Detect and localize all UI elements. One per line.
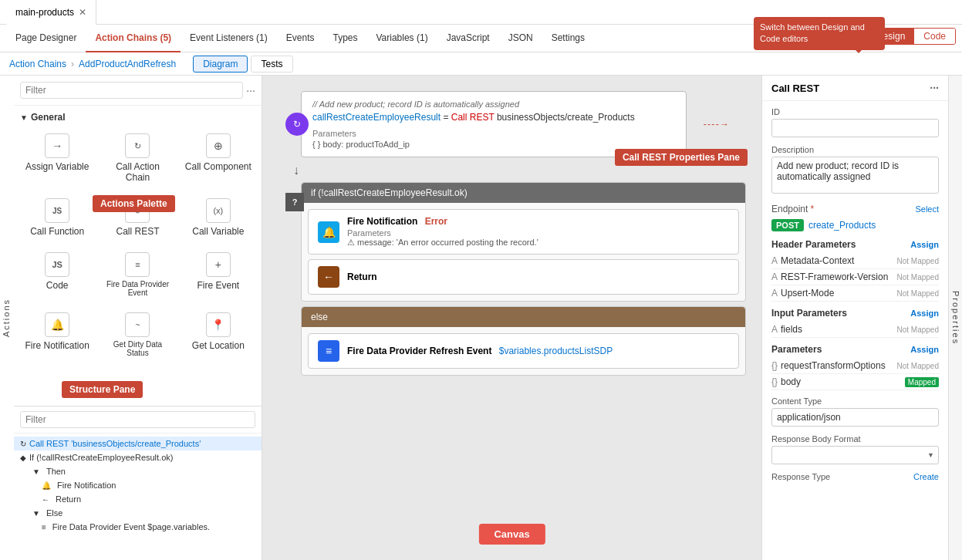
tab-json[interactable]: JSON	[499, 25, 542, 52]
tree-callrest-icon: ↻	[20, 440, 26, 448]
callrest-endpoint-text: businessObjects/create_Products	[497, 112, 635, 123]
action-call-function[interactable]: JS Call Function	[20, 194, 94, 241]
tab-action-chains[interactable]: Action Chains (5)	[86, 25, 181, 52]
action-fire-data-provider[interactable]: ≡ Fire Data Provider Event	[100, 248, 174, 302]
tree-item-else[interactable]: ▼ Else	[14, 506, 262, 520]
fields-status: Not Mapped	[897, 326, 939, 334]
params-assign-link[interactable]: Assign	[910, 345, 939, 354]
call-variable-icon: (x)	[206, 198, 231, 223]
tree-item-callrest[interactable]: ↻ Call REST 'businessObjects/create_Prod…	[14, 437, 262, 450]
input-assign-link[interactable]: Assign	[910, 309, 939, 318]
fire-notification-node-content: Fire Notification Error Parameters ⚠ mes…	[347, 216, 538, 248]
tree-then-label: Then	[46, 467, 66, 476]
tree-item-fire-data[interactable]: ≡ Fire Data Provider Event $page.variabl…	[14, 520, 262, 534]
file-tab-close[interactable]: ✕	[79, 7, 86, 18]
props-body: ID Description Add new product; record I…	[762, 101, 948, 560]
action-call-rest[interactable]: ↻ Call REST	[100, 194, 174, 241]
callrest-badge: ↻	[285, 113, 309, 136]
breadcrumb-action-chains[interactable]: Action Chains	[9, 59, 66, 69]
tree-item-then[interactable]: ▼ Then	[14, 464, 262, 478]
else-node-wrapper: else ≡ Fire Data Provider Refresh Event …	[301, 306, 746, 376]
tree-data-icon: ≡	[42, 523, 46, 531]
main-callrest-node[interactable]: // Add new product; record ID is automat…	[301, 91, 687, 157]
tree-item-return[interactable]: ← Return	[14, 492, 262, 506]
if-content: 🔔 Fire Notification Error Parameters ⚠ m…	[302, 203, 745, 301]
dotted-arrow: - - - - →	[704, 119, 728, 130]
fire-notif-label: Fire Notification	[347, 216, 417, 227]
header-assign-link[interactable]: Assign	[910, 240, 939, 249]
prop-response-type-link[interactable]: Create	[913, 472, 939, 481]
structure-filter-input[interactable]	[20, 411, 255, 428]
bc-tab-diagram[interactable]: Diagram	[193, 56, 248, 73]
action-call-variable[interactable]: (x) Call Variable	[181, 194, 255, 241]
endpoint-val[interactable]: create_Products	[808, 220, 876, 231]
props-more-btn[interactable]: ···	[930, 82, 939, 94]
response-body-select[interactable]	[771, 446, 939, 464]
tab-events[interactable]: Events	[277, 25, 324, 52]
tab-page-designer[interactable]: Page Designer	[6, 25, 86, 52]
action-assign-variable[interactable]: → Assign Variable	[20, 129, 94, 187]
general-chevron[interactable]: ▼	[20, 113, 28, 122]
code-button[interactable]: Code	[914, 29, 955, 44]
action-fire-event[interactable]: + Fire Event	[181, 248, 255, 302]
props-inner: Call REST ··· ID Description Add new pro…	[762, 76, 948, 560]
canvas-area[interactable]: ↻ // Add new product; record ID is autom…	[262, 76, 761, 560]
file-tab[interactable]: main-products ✕	[6, 0, 96, 25]
fields-label: fields	[781, 324, 802, 335]
call-rest-label: Call REST	[116, 226, 159, 237]
return-node[interactable]: ← Return	[308, 259, 739, 295]
actions-filter-input[interactable]	[20, 82, 243, 99]
tree-then-icon: ▼	[32, 467, 40, 476]
tree-else-icon: ▼	[32, 509, 40, 518]
return-label: Return	[347, 272, 377, 282]
param-fields: Afields Not Mapped	[771, 322, 939, 338]
tree-item-fire-notification[interactable]: 🔔 Fire Notification	[14, 478, 262, 492]
callrest-title: callRestCreateEmployeeResult = Call REST…	[312, 112, 675, 123]
param-status-1: Not Mapped	[897, 257, 939, 265]
tree-else-label: Else	[46, 508, 62, 518]
tab-javascript[interactable]: JavaScript	[437, 25, 499, 52]
breadcrumb-add-product[interactable]: AddProductAndRefresh	[79, 59, 176, 69]
fire-notification-node[interactable]: 🔔 Fire Notification Error Parameters ⚠ m…	[308, 209, 739, 255]
tree-item-if[interactable]: ◆ If (!callRestCreateEmployeeResult.ok)	[14, 450, 262, 464]
properties-pane: Call REST ··· ID Description Add new pro…	[761, 76, 962, 560]
fire-notification-title: Fire Notification Error	[347, 216, 538, 227]
fields-icon: A	[771, 324, 778, 335]
prop-desc-textarea[interactable]: Add new product; record ID is automatica…	[771, 157, 939, 194]
file-tab-label: main-products	[15, 7, 74, 18]
actions-sidebar: Actions ··· ▼ General →	[0, 76, 262, 560]
action-fire-notification[interactable]: 🔔 Fire Notification	[20, 308, 94, 362]
action-get-location[interactable]: 📍 Get Location	[181, 308, 255, 362]
tree-callrest-label: Call REST 'businessObjects/create_Produc…	[29, 439, 201, 448]
call-action-chain-icon: ↻	[125, 133, 150, 158]
param-body: {}body Mapped	[771, 374, 939, 390]
if-node[interactable]: if (!callRestCreateEmployeeResult.ok) 🔔 …	[301, 182, 746, 302]
prop-response-type-label: Response Type	[771, 472, 830, 481]
fire-data-label: Fire Data Provider Refresh Event	[347, 346, 491, 356]
action-get-dirty[interactable]: ~ Get Dirty Data Status	[100, 308, 174, 362]
param-request-transform: {}requestTransformOptions Not Mapped	[771, 358, 939, 374]
fire-data-node[interactable]: ≡ Fire Data Provider Refresh Event $vari…	[308, 333, 739, 369]
callrest-comment: // Add new product; record ID is automat…	[312, 100, 675, 109]
bc-tab-tests[interactable]: Tests	[251, 56, 292, 73]
prop-select-link[interactable]: Select	[915, 204, 939, 214]
structure-tree: ↻ Call REST 'businessObjects/create_Prod…	[14, 433, 262, 560]
callrest-equals: =	[443, 112, 451, 123]
tab-settings[interactable]: Settings	[542, 25, 594, 52]
tab-types[interactable]: Types	[323, 25, 366, 52]
call-function-icon: JS	[45, 198, 69, 223]
tab-event-listeners[interactable]: Event Listeners (1)	[181, 25, 277, 52]
else-node[interactable]: else ≡ Fire Data Provider Refresh Event …	[301, 306, 746, 376]
actions-more-btn[interactable]: ···	[246, 84, 255, 96]
action-code[interactable]: JS Code	[20, 248, 94, 302]
prop-content-type-input[interactable]	[771, 408, 939, 427]
prop-id-input[interactable]	[771, 119, 939, 137]
prop-response-body-label: Response Body Format	[771, 434, 939, 444]
prop-endpoint-label-text: Endpoint	[771, 204, 808, 214]
fire-notif-params-label: Parameters	[347, 228, 538, 238]
fire-data-provider-label: Fire Data Provider Event	[103, 280, 171, 297]
required-marker: *	[810, 204, 814, 214]
action-call-component[interactable]: ⊕ Call Component	[181, 129, 255, 187]
action-call-action-chain[interactable]: ↻ Call Action Chain	[100, 129, 174, 187]
tab-variables[interactable]: Variables (1)	[366, 25, 437, 52]
